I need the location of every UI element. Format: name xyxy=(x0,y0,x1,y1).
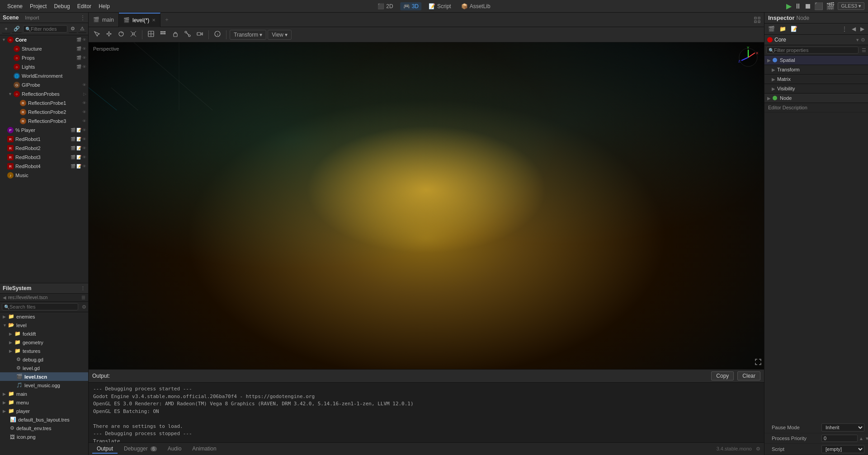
viewport-fullscreen-button[interactable] xyxy=(755,359,761,366)
rr1-script-icon[interactable]: 📝 xyxy=(76,137,81,141)
view-script-button[interactable]: 📝 Script xyxy=(426,2,454,10)
node-section-header[interactable]: ▶ Node xyxy=(764,94,868,103)
copy-button[interactable]: Copy xyxy=(711,371,734,380)
rr1-film-icon[interactable]: 🎬 xyxy=(71,137,75,141)
view-3d-button[interactable]: 🎮 3D xyxy=(401,2,421,10)
link-node-button[interactable]: 🔗 xyxy=(12,25,22,33)
fs-back-icon[interactable]: ◀ xyxy=(3,295,6,300)
viewport[interactable]: Perspective X Y Z xyxy=(89,42,764,369)
fs-list-icon[interactable]: ☰ xyxy=(81,295,85,300)
tree-item-rp1[interactable]: R ReflectionProbe1 👁 xyxy=(0,99,88,108)
rr3-vis-icon[interactable]: 👁 xyxy=(82,155,86,159)
rp3-vis-icon[interactable]: 👁 xyxy=(82,119,86,123)
tree-item-worldenv[interactable]: 🌐 WorldEnvironment xyxy=(0,71,88,80)
remote-button[interactable]: ⬛ xyxy=(814,2,823,10)
visibility-subsection-header[interactable]: ▶ Visibility xyxy=(764,84,868,94)
process-priority-down-icon[interactable]: ▼ xyxy=(865,436,868,441)
gles-badge[interactable]: GLES3 ▾ xyxy=(838,2,864,10)
vt-rotate-button[interactable] xyxy=(116,29,127,40)
player-vis-icon[interactable]: 👁 xyxy=(82,128,86,132)
inspector-script-icon[interactable]: 📝 xyxy=(789,25,799,33)
tree-item-player[interactable]: P % Player 🎬 📝 👁 xyxy=(0,126,88,135)
inspector-scene-icon[interactable]: 🎬 xyxy=(766,25,777,33)
fs-item-default-env[interactable]: ⚙ default_env.tres xyxy=(0,424,88,432)
fs-item-level-gd[interactable]: ⚙ level.gd xyxy=(0,364,88,372)
fs-item-player[interactable]: ▶ 📁 player xyxy=(0,407,88,415)
vt-move-button[interactable] xyxy=(104,29,114,40)
version-settings-icon[interactable]: ⚙ xyxy=(756,446,760,451)
spatial-section-header[interactable]: ▶ Spatial xyxy=(764,56,868,65)
scene-warning-icon[interactable]: ⚠ xyxy=(78,25,86,33)
matrix-subsection-header[interactable]: ▶ Matrix xyxy=(764,75,868,84)
rr4-vis-icon[interactable]: 👁 xyxy=(82,164,86,169)
fs-item-debug-gd[interactable]: ⚙ debug.gd xyxy=(0,355,88,364)
output-tab-audio[interactable]: Audio xyxy=(163,445,186,454)
add-node-button[interactable]: ＋ xyxy=(2,24,10,33)
vt-local-button[interactable] xyxy=(146,29,156,40)
tree-item-redrobot2[interactable]: R RedRobot2 🎬 📝 👁 xyxy=(0,144,88,153)
process-priority-up-icon[interactable]: ▲ xyxy=(859,436,863,441)
output-tab-output[interactable]: Output xyxy=(92,445,118,454)
reflprobes-arrow-icon[interactable]: ▷ xyxy=(83,92,86,96)
tree-item-redrobot4[interactable]: R RedRobot4 🎬 📝 👁 xyxy=(0,162,88,171)
scene-menu-icon[interactable]: ⋮ xyxy=(80,14,85,21)
tree-item-redrobot3[interactable]: R RedRobot3 🎬 📝 👁 xyxy=(0,153,88,162)
rr1-vis-icon[interactable]: 👁 xyxy=(82,137,86,141)
tree-item-lights[interactable]: ○ Lights 🎬 👁 xyxy=(0,62,88,71)
node-tab-label[interactable]: Node xyxy=(797,15,810,21)
filter-nodes-field[interactable] xyxy=(31,26,65,32)
core-film-icon[interactable]: 🎬 xyxy=(76,38,81,42)
menu-editor[interactable]: Editor xyxy=(74,2,95,10)
transform-dropdown[interactable]: Transform ▾ xyxy=(230,30,266,40)
inspector-prev-icon[interactable]: ◀ xyxy=(850,25,858,33)
inspector-filter-options-icon[interactable]: ☰ xyxy=(862,47,866,53)
tree-item-props[interactable]: ○ Props 🎬 👁 xyxy=(0,53,88,62)
tree-item-structure[interactable]: ○ Structure 🎬 👁 xyxy=(0,44,88,53)
fs-item-geometry[interactable]: ▶ 📁 geometry xyxy=(0,338,88,347)
movie-button[interactable]: 🎬 xyxy=(826,2,835,10)
stop-button[interactable]: ⏹ xyxy=(804,2,811,10)
vt-info-button[interactable]: i xyxy=(212,29,223,40)
rr4-film-icon[interactable]: 🎬 xyxy=(71,164,75,169)
view-2d-button[interactable]: ⬛ 2D xyxy=(375,2,396,10)
player-film-icon[interactable]: 🎬 xyxy=(71,128,75,132)
tree-item-core[interactable]: ▼ ○ Core 🎬 👁 xyxy=(0,35,88,44)
rr3-script-icon[interactable]: 📝 xyxy=(76,155,81,159)
fs-filter-icon[interactable]: ⚙ xyxy=(82,304,86,310)
script-prop-dropdown[interactable]: [empty] xyxy=(821,445,864,453)
tab-add-button[interactable]: ＋ xyxy=(160,13,173,27)
menu-scene[interactable]: Scene xyxy=(4,2,26,10)
menu-project[interactable]: Project xyxy=(26,2,50,10)
inspector-filter-input-wrap[interactable]: 🔍 xyxy=(766,47,859,54)
vt-bone-button[interactable] xyxy=(182,29,193,40)
scene-settings-icon[interactable]: ⚙ xyxy=(69,25,77,33)
tree-item-redrobot1[interactable]: R RedRobot1 🎬 📝 👁 xyxy=(0,135,88,144)
tree-item-rp2[interactable]: R ReflectionProbe2 👁 xyxy=(0,108,88,117)
tree-item-reflprobes[interactable]: ▼ ○ ReflectionProbes ▷ xyxy=(0,89,88,99)
inspector-node-settings-icon[interactable]: ⚙ xyxy=(861,37,865,43)
view-assetlib-button[interactable]: 📦 AssetLib xyxy=(458,2,493,10)
fs-search-field[interactable] xyxy=(9,304,76,310)
inspector-filter-field[interactable] xyxy=(774,47,856,53)
transform-subsection-header[interactable]: ▶ Transform xyxy=(764,65,868,75)
tree-item-rp3[interactable]: R ReflectionProbe3 👁 xyxy=(0,117,88,126)
fs-menu-icon[interactable]: ⋮ xyxy=(80,286,85,291)
lights-film-icon[interactable]: 🎬 xyxy=(76,65,81,69)
rr2-script-icon[interactable]: 📝 xyxy=(76,146,81,150)
output-tab-animation[interactable]: Animation xyxy=(188,445,221,454)
play-button[interactable]: ▶ xyxy=(786,2,792,10)
structure-vis-icon[interactable]: 👁 xyxy=(82,47,86,51)
pause-mode-dropdown[interactable]: Inherit xyxy=(821,423,864,432)
rr4-script-icon[interactable]: 📝 xyxy=(76,164,81,169)
fullscreen-toggle-button[interactable] xyxy=(750,17,764,23)
vt-snap-button[interactable] xyxy=(158,29,169,40)
menu-help[interactable]: Help xyxy=(95,2,113,10)
inspector-node-dropdown-icon[interactable]: ▾ xyxy=(856,37,859,43)
fs-item-forklift[interactable]: ▶ 📁 forklift xyxy=(0,329,88,338)
fs-item-icon-png[interactable]: 🖼 icon.png xyxy=(0,432,88,441)
menu-debug[interactable]: Debug xyxy=(50,2,73,10)
filter-nodes-input[interactable]: 🔍 xyxy=(23,25,67,33)
view-dropdown[interactable]: View ▾ xyxy=(268,30,292,40)
fs-item-level[interactable]: ▼ 📂 level xyxy=(0,321,88,329)
giprobe-vis-icon[interactable]: 👁 xyxy=(82,83,86,87)
